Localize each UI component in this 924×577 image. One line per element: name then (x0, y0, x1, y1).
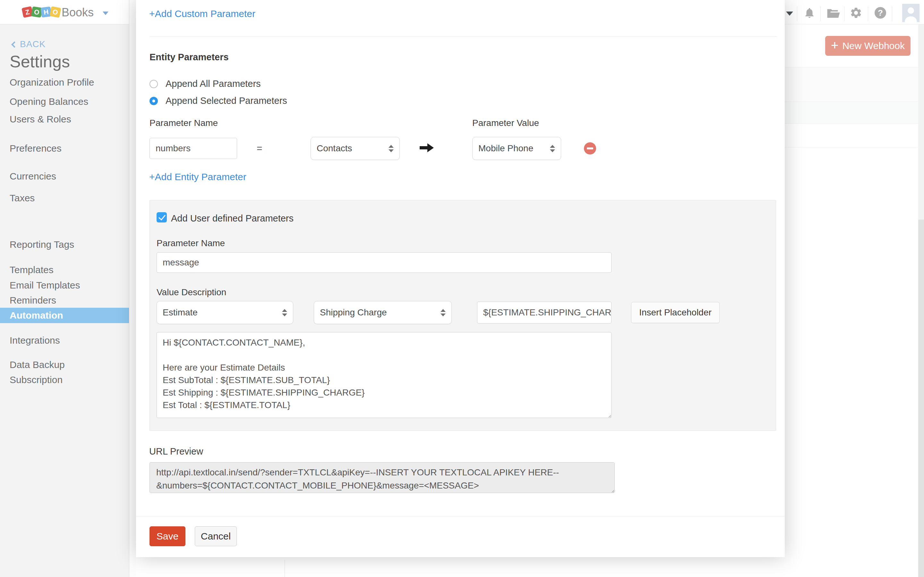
message-body-textarea[interactable]: Hi ${CONTACT.CONTACT_NAME}, Here are you… (157, 332, 612, 418)
settings-sidebar: Z O H O Books BACK Settings Organization… (0, 0, 129, 577)
placeholder-field-dropdown-value: Shipping Charge (320, 308, 387, 318)
settings-gear-icon[interactable] (850, 6, 863, 21)
logo-block-o2: O (49, 6, 61, 18)
back-label: BACK (20, 39, 45, 49)
brand-caret-icon[interactable] (103, 11, 108, 15)
documents-folder-icon[interactable] (827, 8, 840, 20)
placeholder-value-input[interactable]: ${ESTIMATE.SHIPPING_CHARGI (477, 301, 612, 324)
brand-name: Books (61, 6, 94, 19)
webhook-editor-modal: +Add Custom Parameter Entity Parameters … (136, 0, 785, 557)
topbar-separator (892, 6, 892, 21)
settings-title: Settings (10, 52, 70, 71)
new-webhook-label: New Webhook (842, 40, 905, 51)
add-custom-parameter-link[interactable]: +Add Custom Parameter (149, 8, 255, 19)
dropdown-spinner-icon (389, 145, 394, 152)
topbar-separator (868, 6, 868, 21)
help-glyph: ? (878, 8, 883, 18)
sidebar-item-subscription[interactable]: Subscription (0, 374, 129, 385)
append-all-label: Append All Parameters (166, 79, 261, 89)
sidebar-item-organization-profile[interactable]: Organization Profile (0, 77, 129, 88)
page-scrollbar[interactable] (918, 24, 924, 577)
radio-checked-icon[interactable] (150, 97, 158, 105)
webhooks-table-background (785, 67, 918, 577)
add-user-defined-parameters-checkbox[interactable] (157, 212, 167, 222)
sidebar-item-integrations[interactable]: Integrations (0, 335, 129, 346)
zoho-books-webhook-settings-screen: ? + New Webhook Z O H O Book (0, 0, 924, 577)
sidebar-item-email-templates[interactable]: Email Templates (0, 280, 129, 291)
background-gap (129, 0, 136, 577)
sidebar-item-users-roles[interactable]: Users & Roles (0, 114, 129, 125)
footer-divider (136, 516, 785, 516)
sidebar-item-templates[interactable]: Templates (0, 264, 129, 276)
back-link[interactable]: BACK (12, 39, 45, 49)
save-button[interactable]: Save (150, 526, 186, 546)
sidebar-item-opening-balances[interactable]: Opening Balances (0, 96, 129, 107)
entity-dropdown[interactable]: Contacts (310, 137, 400, 160)
dropdown-spinner-icon (441, 309, 446, 316)
topbar-background: ? (785, 0, 924, 24)
entity-dropdown-value: Contacts (317, 143, 352, 153)
user-defined-parameters-panel: Add User defined Parameters Parameter Na… (150, 200, 776, 431)
dropdown-spinner-icon (550, 145, 555, 152)
user-parameter-name-input[interactable]: message (157, 252, 612, 273)
url-preview-textarea[interactable]: http://api.textlocal.in/send/?sender=TXT… (150, 462, 615, 493)
account-caret-icon[interactable] (786, 11, 793, 16)
sidebar-item-preferences[interactable]: Preferences (0, 143, 129, 154)
equals-sign: = (257, 143, 262, 154)
dropdown-spinner-icon (282, 309, 287, 316)
new-webhook-button[interactable]: + New Webhook (825, 36, 911, 56)
append-all-parameters-option[interactable]: Append All Parameters (150, 79, 261, 89)
user-parameter-name-label: Parameter Name (157, 238, 225, 248)
parameter-name-label: Parameter Name (150, 118, 218, 128)
add-user-defined-parameters-label: Add User defined Parameters (171, 213, 294, 224)
sidebar-item-reporting-tags[interactable]: Reporting Tags (0, 239, 129, 250)
notification-bell-icon[interactable] (803, 6, 816, 21)
page-scrollbar-thumb[interactable] (918, 219, 924, 577)
table-row (785, 102, 918, 124)
append-selected-label: Append Selected Parameters (166, 95, 287, 106)
help-icon[interactable]: ? (874, 6, 887, 21)
sidebar-item-automation[interactable]: Automation (0, 308, 129, 323)
section-divider (150, 36, 777, 37)
cancel-button[interactable]: Cancel (195, 526, 237, 546)
brand-bar: Z O H O Books (0, 0, 129, 24)
placeholder-field-dropdown[interactable]: Shipping Charge (314, 301, 452, 324)
value-description-label: Value Description (157, 287, 226, 298)
parameter-value-label: Parameter Value (472, 118, 539, 128)
radio-unchecked-icon[interactable] (150, 80, 158, 88)
topbar-separator (797, 6, 797, 21)
webhooks-page-header: + New Webhook (785, 25, 924, 67)
parameter-value-dropdown[interactable]: Mobile Phone (472, 137, 561, 160)
remove-parameter-button[interactable] (584, 142, 596, 155)
table-row (785, 124, 918, 147)
append-selected-parameters-option[interactable]: Append Selected Parameters (150, 95, 287, 106)
parameter-name-input[interactable]: numbers (150, 138, 237, 159)
sidebar-item-data-backup[interactable]: Data Backup (0, 359, 129, 370)
url-preview-label: URL Preview (149, 446, 203, 457)
plus-icon: + (831, 40, 838, 50)
back-chevron-icon (11, 41, 18, 48)
topbar-separator (844, 6, 845, 21)
placeholder-entity-dropdown[interactable]: Estimate (157, 301, 293, 324)
footer-panel-divider (284, 560, 285, 577)
insert-placeholder-button[interactable]: Insert Placeholder (631, 302, 720, 323)
sidebar-item-reminders[interactable]: Reminders (0, 295, 129, 306)
placeholder-entity-dropdown-value: Estimate (163, 308, 198, 318)
page-footer-background (129, 557, 918, 577)
maps-to-arrow-icon (420, 143, 435, 154)
entity-parameters-title: Entity Parameters (150, 52, 229, 63)
parameter-value-dropdown-value: Mobile Phone (478, 143, 533, 153)
sidebar-item-taxes[interactable]: Taxes (0, 193, 129, 203)
table-row (785, 67, 918, 102)
sidebar-item-currencies[interactable]: Currencies (0, 171, 129, 182)
user-avatar[interactable] (902, 4, 919, 23)
add-entity-parameter-link[interactable]: +Add Entity Parameter (149, 171, 246, 182)
